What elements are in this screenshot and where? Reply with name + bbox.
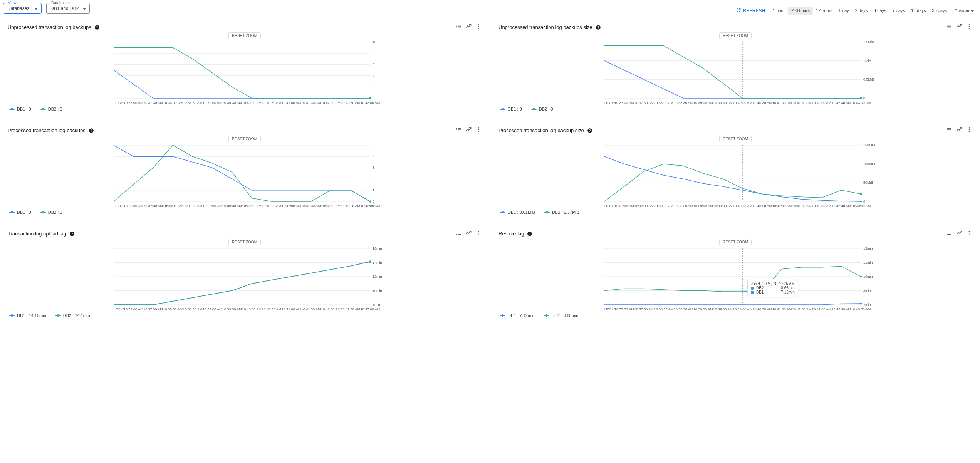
- legend-toggle-icon[interactable]: [946, 230, 952, 237]
- help-icon[interactable]: ?: [89, 128, 94, 133]
- chart-plot-area[interactable]: 012345UTC+310:37:00 AM10:37:30 AM10:38:0…: [8, 143, 482, 208]
- legend-toggle-icon[interactable]: [455, 23, 461, 31]
- legend-toggle-icon[interactable]: [946, 127, 952, 134]
- y-tick: 1.5MiB: [863, 40, 874, 44]
- help-icon[interactable]: ?: [596, 25, 601, 30]
- legend-item-db1[interactable]: DB1 : 7.12min: [500, 313, 535, 318]
- chart-title: Unprocessed transaction log backups: [8, 24, 91, 30]
- svg-point-30: [478, 131, 479, 132]
- legend-swatch: [40, 212, 46, 213]
- explore-icon[interactable]: [956, 230, 962, 237]
- tz-label: UTC+3: [604, 204, 616, 208]
- y-tick: 8: [373, 51, 374, 55]
- time-range-4-days[interactable]: 4 days: [871, 7, 889, 15]
- svg-point-68: [969, 233, 970, 234]
- chart-card-processed_size: Processed transaction log backup size?RE…: [494, 124, 977, 219]
- chart-plot-area[interactable]: 0246810UTC+310:37:00 AM10:37:30 AM10:38:…: [8, 40, 482, 105]
- reset-zoom-button[interactable]: RESET ZOOM: [719, 239, 752, 245]
- legend-toggle-icon[interactable]: [946, 23, 952, 31]
- refresh-button[interactable]: REFRESH: [732, 5, 768, 16]
- view-select[interactable]: View Databases: [3, 3, 42, 14]
- x-tick: 10:42:30 AM: [831, 101, 851, 105]
- chart-plot-area[interactable]: 7min8min10min11min13minUTC+310:37:00 AM1…: [498, 246, 972, 312]
- legend-toggle-icon[interactable]: [455, 127, 461, 134]
- reset-zoom-button[interactable]: RESET ZOOM: [719, 136, 752, 142]
- custom-range-button[interactable]: Custom: [951, 7, 977, 15]
- reset-zoom-button[interactable]: RESET ZOOM: [228, 136, 261, 142]
- svg-text:?: ?: [589, 129, 591, 132]
- explore-icon[interactable]: [465, 23, 472, 31]
- tz-label: UTC+3: [604, 101, 616, 105]
- x-tick: 10:40:30 AM: [262, 204, 282, 208]
- time-range-14-days[interactable]: 14 days: [908, 7, 929, 15]
- explore-icon[interactable]: [465, 230, 472, 237]
- legend-item-db2[interactable]: DB2 : 14.1min: [55, 313, 90, 318]
- legend-label: DB2 : 0: [539, 107, 553, 111]
- x-tick: 10:41:30 AM: [792, 307, 812, 311]
- help-icon[interactable]: ?: [69, 231, 75, 237]
- chart-plot-area[interactable]: 050MiB100MiB150MiBUTC+310:37:00 AM10:37:…: [498, 143, 972, 208]
- help-icon[interactable]: ?: [94, 25, 100, 30]
- svg-point-50: [860, 200, 862, 202]
- svg-point-42: [969, 127, 970, 129]
- chart-legend: DB1 : 14.15minDB2 : 14.1min: [8, 313, 482, 318]
- legend-item-db2[interactable]: DB2 : 0: [40, 210, 62, 215]
- legend-item-db1[interactable]: DB1 : 0.01MiB: [500, 210, 535, 215]
- time-range-7-days[interactable]: 7 days: [889, 7, 908, 15]
- time-range-2-days[interactable]: 2 days: [852, 7, 871, 15]
- legend-item-db2[interactable]: DB2 : 0: [531, 107, 553, 111]
- legend-item-db2[interactable]: DB2 : 5.37MiB: [544, 210, 579, 215]
- y-tick: 1MiB: [863, 59, 871, 63]
- chart-legend: DB1 : 0.01MiBDB2 : 5.37MiB: [498, 210, 972, 215]
- x-tick: 10:38:30 AM: [183, 101, 203, 105]
- reset-zoom-button[interactable]: RESET ZOOM: [719, 32, 752, 39]
- y-tick: 7min: [863, 303, 871, 307]
- time-range-1-day[interactable]: 1 day: [836, 7, 852, 15]
- svg-text:?: ?: [96, 25, 98, 29]
- chart-plot-area[interactable]: 00.5MiB1MiB1.5MiBUTC+310:37:00 AM10:37:3…: [498, 40, 972, 105]
- time-range-12-hours[interactable]: 12 hours: [813, 7, 836, 15]
- legend-item-db1[interactable]: DB1 : 0: [500, 107, 522, 111]
- legend-item-db1[interactable]: DB1 : 14.15min: [9, 313, 46, 318]
- more-options-icon[interactable]: [475, 23, 482, 31]
- help-icon[interactable]: ?: [587, 128, 592, 133]
- time-range-30-days[interactable]: 30 days: [929, 7, 950, 15]
- svg-point-69: [969, 234, 970, 235]
- legend-item-db1[interactable]: DB1 : 0: [9, 210, 31, 215]
- svg-point-44: [969, 131, 970, 132]
- reset-zoom-button[interactable]: RESET ZOOM: [228, 32, 261, 39]
- databases-select[interactable]: Databases DB1 and DB2: [46, 3, 90, 14]
- svg-point-17: [969, 26, 970, 27]
- legend-swatch: [531, 109, 537, 110]
- explore-icon[interactable]: [956, 23, 962, 31]
- x-tick: 10:38:30 AM: [183, 307, 203, 311]
- x-tick: 10:37:00 AM: [614, 101, 634, 105]
- svg-point-25: [860, 97, 862, 99]
- legend-toggle-icon[interactable]: [455, 230, 461, 237]
- legend-item-db1[interactable]: DB1 : 0: [9, 107, 31, 111]
- svg-point-76: [860, 303, 862, 305]
- more-options-icon[interactable]: [966, 230, 972, 237]
- help-icon[interactable]: ?: [527, 231, 532, 237]
- more-options-icon[interactable]: [966, 23, 972, 31]
- legend-item-db2[interactable]: DB2 : 8.65min: [544, 313, 579, 318]
- time-range-1-hour[interactable]: 1 hour: [770, 7, 788, 15]
- legend-label: DB2 : 5.37MiB: [552, 210, 579, 215]
- more-options-icon[interactable]: [475, 127, 482, 134]
- explore-icon[interactable]: [465, 127, 472, 134]
- explore-icon[interactable]: [956, 127, 962, 134]
- chevron-down-icon: [82, 6, 86, 11]
- reset-zoom-button[interactable]: RESET ZOOM: [228, 239, 261, 245]
- legend-swatch: [500, 315, 505, 316]
- chart-plot-area[interactable]: 8min10min12min14min16minUTC+310:37:00 AM…: [8, 246, 482, 312]
- more-options-icon[interactable]: [966, 127, 972, 134]
- time-range-6-hours[interactable]: 6 hours: [788, 7, 813, 15]
- legend-item-db2[interactable]: DB2 : 0: [40, 107, 62, 111]
- x-tick: 10:40:00 AM: [242, 101, 262, 105]
- x-tick: 10:39:00 AM: [693, 101, 713, 105]
- more-options-icon[interactable]: [475, 230, 482, 237]
- chart-card-processed_count: Processed transaction log backups?RESET …: [3, 124, 486, 219]
- chevron-down-icon: [34, 6, 38, 11]
- legend-label: DB1 : 0.01MiB: [508, 210, 535, 215]
- svg-point-77: [860, 276, 862, 278]
